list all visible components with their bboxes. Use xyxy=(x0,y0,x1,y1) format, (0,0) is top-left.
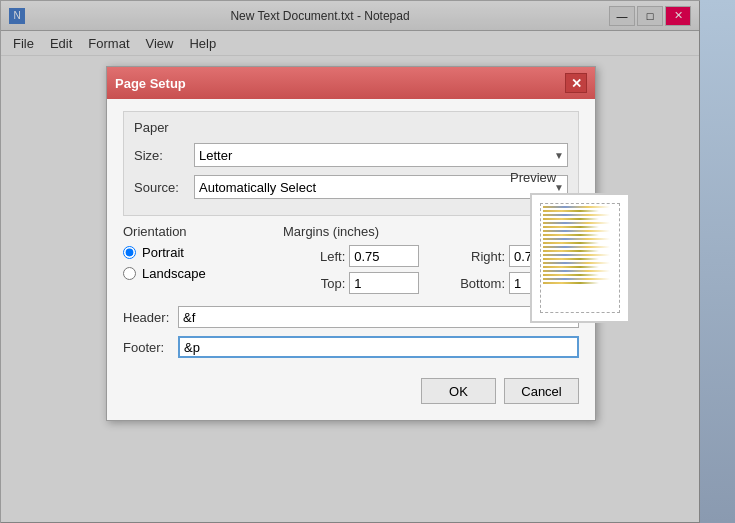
landscape-radio[interactable] xyxy=(123,267,136,280)
preview-container: Preview xyxy=(510,170,640,323)
source-label: Source: xyxy=(134,180,194,195)
preview-page xyxy=(530,193,630,323)
preview-page-wrapper xyxy=(520,193,620,323)
dialog-buttons: OK Cancel xyxy=(123,378,579,404)
ok-button[interactable]: OK xyxy=(421,378,496,404)
left-input[interactable] xyxy=(349,245,419,267)
source-row: Source: Automatically SelectTray 1Manual… xyxy=(134,175,568,199)
preview-line xyxy=(543,206,610,208)
preview-line xyxy=(543,214,610,216)
size-select-wrapper: LetterA4LegalExecutive ▼ xyxy=(194,143,568,167)
header-label: Header: xyxy=(123,310,178,325)
preview-line xyxy=(543,222,610,224)
preview-line xyxy=(543,234,599,236)
portrait-radio[interactable] xyxy=(123,246,136,259)
preview-line xyxy=(543,278,610,280)
preview-line xyxy=(543,266,599,268)
preview-line xyxy=(543,262,610,264)
preview-line xyxy=(543,270,610,272)
size-label: Size: xyxy=(134,148,194,163)
preview-line xyxy=(543,254,610,256)
preview-label: Preview xyxy=(510,170,640,185)
preview-line xyxy=(543,282,599,284)
orientation-section: Orientation Portrait Landscape xyxy=(123,224,263,294)
portrait-label[interactable]: Portrait xyxy=(142,245,184,260)
preview-line xyxy=(543,238,610,240)
preview-line xyxy=(543,226,599,228)
top-input[interactable] xyxy=(349,272,419,294)
paper-section-label: Paper xyxy=(134,120,568,135)
landscape-row: Landscape xyxy=(123,266,263,281)
left-label: Left: xyxy=(283,249,345,264)
size-select[interactable]: LetterA4LegalExecutive xyxy=(194,143,568,167)
dialog-close-button[interactable]: ✕ xyxy=(565,73,587,93)
preview-line xyxy=(543,250,599,252)
cancel-button[interactable]: Cancel xyxy=(504,378,579,404)
preview-content-lines xyxy=(541,204,619,288)
preview-line xyxy=(543,210,599,212)
bottom-label: Bottom: xyxy=(423,276,505,291)
size-row: Size: LetterA4LegalExecutive ▼ xyxy=(134,143,568,167)
dialog-title: Page Setup xyxy=(115,76,186,91)
portrait-row: Portrait xyxy=(123,245,263,260)
footer-input[interactable] xyxy=(178,336,579,358)
footer-row: Footer: xyxy=(123,336,579,358)
preview-line xyxy=(543,246,610,248)
preview-line xyxy=(543,274,599,276)
top-label: Top: xyxy=(283,276,345,291)
preview-line xyxy=(543,258,599,260)
dialog-title-bar: Page Setup ✕ xyxy=(107,67,595,99)
landscape-label[interactable]: Landscape xyxy=(142,266,206,281)
orientation-label: Orientation xyxy=(123,224,263,239)
preview-line xyxy=(543,242,599,244)
footer-label: Footer: xyxy=(123,340,178,355)
preview-line xyxy=(543,218,599,220)
right-label: Right: xyxy=(423,249,505,264)
preview-line xyxy=(543,230,610,232)
preview-dashed-border xyxy=(540,203,620,313)
side-decoration xyxy=(700,0,735,523)
